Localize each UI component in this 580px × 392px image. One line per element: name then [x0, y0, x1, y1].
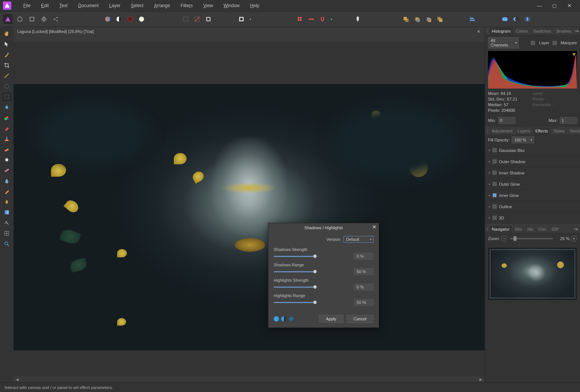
highlights-range-slider[interactable]: [274, 302, 315, 303]
tool-pencil[interactable]: [2, 187, 12, 196]
toolbar-boolean-intersect[interactable]: [523, 14, 532, 24]
histogram-channel-dropdown[interactable]: All Channels: [488, 37, 519, 48]
effect-outline[interactable]: ▸Outline: [485, 201, 580, 212]
histogram-max-input[interactable]: [560, 117, 577, 124]
toolbar-assistant[interactable]: [353, 14, 363, 24]
histogram-marquee-checkbox[interactable]: [553, 41, 557, 45]
toolbar-autowhite[interactable]: [137, 14, 146, 24]
tab-histogram[interactable]: Histogram: [490, 28, 513, 35]
menu-arrange[interactable]: Arrange: [149, 0, 175, 11]
dialog-preview-before-icon[interactable]: [274, 316, 279, 321]
highlights-strength-value[interactable]: 0 %: [354, 284, 374, 290]
effect-outer-shadow[interactable]: ▸Outer Shadow: [485, 156, 580, 167]
toolbar-align[interactable]: [468, 14, 478, 24]
tab-swatches[interactable]: Swatches: [531, 28, 554, 35]
toolbar-snap[interactable]: [318, 14, 327, 24]
tool-paintbrush[interactable]: [2, 113, 12, 122]
tool-selection-brush[interactable]: [2, 71, 12, 80]
dialog-preview-split-icon[interactable]: [281, 316, 286, 321]
highlights-strength-slider[interactable]: [274, 287, 315, 288]
persona-photo[interactable]: [3, 14, 13, 24]
dialog-version-dropdown[interactable]: Default: [343, 236, 374, 243]
dialog-apply-button[interactable]: Apply: [319, 315, 343, 323]
zoom-in-button[interactable]: +: [571, 236, 577, 242]
tool-move[interactable]: [2, 40, 12, 49]
fill-opacity-dropdown[interactable]: 100 %: [512, 137, 534, 143]
menu-view[interactable]: View: [198, 0, 218, 11]
persona-liquify[interactable]: [15, 14, 25, 24]
menu-edit[interactable]: Edit: [36, 0, 54, 11]
menu-window[interactable]: Window: [218, 0, 245, 11]
tab-stock[interactable]: Stock: [567, 128, 580, 134]
tool-blur[interactable]: [2, 176, 12, 185]
tool-clone[interactable]: [2, 134, 12, 143]
tool-inpaint[interactable]: [2, 145, 12, 154]
histogram-layer-checkbox[interactable]: [531, 41, 535, 45]
navigator-preview[interactable]: [488, 248, 577, 300]
toolbar-autocolors[interactable]: [125, 14, 135, 24]
toolbar-guides[interactable]: [306, 14, 316, 24]
tab-adjustment[interactable]: Adjustment: [490, 128, 515, 134]
toolbar-snap-dropdown[interactable]: ▾: [329, 14, 334, 24]
dialog-close-button[interactable]: ✕: [372, 224, 377, 230]
menu-select[interactable]: Select: [126, 0, 149, 11]
tool-flood-select[interactable]: [2, 103, 12, 112]
tool-erase[interactable]: [2, 124, 12, 133]
tab-chn[interactable]: Chn: [536, 226, 548, 233]
navigator-menu-icon[interactable]: ≡▸: [574, 227, 578, 231]
tab-brushes[interactable]: Brushes: [554, 28, 574, 35]
canvas[interactable]: [14, 43, 485, 376]
zoom-slider[interactable]: [510, 238, 553, 239]
toolbar-quickmask[interactable]: [237, 14, 246, 24]
panel-menu-icon[interactable]: ≡▸: [575, 29, 579, 33]
persona-develop[interactable]: [27, 14, 37, 24]
tool-marquee-rect[interactable]: [2, 92, 12, 101]
toolbar-arrange-backward[interactable]: [423, 14, 433, 24]
effect-3d[interactable]: ▸3D: [485, 212, 580, 224]
tool-hand[interactable]: [2, 29, 12, 38]
tool-marquee-circle[interactable]: [2, 82, 12, 91]
window-maximize[interactable]: ◻: [547, 0, 562, 11]
shadows-range-slider[interactable]: [274, 271, 315, 272]
tool-zoom[interactable]: [2, 239, 12, 248]
effect-inner-shadow[interactable]: ▸Inner Shadow: [485, 167, 580, 179]
shadows-strength-slider[interactable]: [274, 256, 315, 257]
tab-styles[interactable]: Styles: [551, 128, 567, 134]
menu-document[interactable]: Document: [73, 0, 104, 11]
toolbar-selection-invert[interactable]: [203, 14, 213, 24]
persona-tonemap[interactable]: [39, 14, 49, 24]
menu-filters[interactable]: Filters: [175, 0, 198, 11]
tool-text[interactable]: A⁝: [2, 218, 12, 227]
histogram-min-input[interactable]: [498, 117, 515, 124]
tab-layers[interactable]: Layers: [515, 128, 532, 134]
persona-export[interactable]: [51, 14, 61, 24]
menu-help[interactable]: Help: [245, 0, 265, 11]
dialog-cancel-button[interactable]: Cancel: [346, 315, 374, 323]
tool-color-picker[interactable]: [2, 50, 12, 59]
document-tab[interactable]: Laguna [Locked] [Modified] (25.8%) [Tria…: [14, 27, 485, 36]
effect-gaussian-blur[interactable]: ▸Gaussian Blur: [485, 145, 580, 156]
tool-mesh[interactable]: [2, 229, 12, 238]
tab-xfm[interactable]: Xfm: [512, 226, 524, 233]
menu-file[interactable]: File: [18, 0, 36, 11]
shadows-strength-value[interactable]: 0 %: [354, 253, 374, 260]
menu-text[interactable]: Text: [54, 0, 73, 11]
toolbar-selection-deselect[interactable]: [192, 14, 202, 24]
toolbar-selection-new[interactable]: [181, 14, 191, 24]
effect-outer-glow[interactable]: ▸Outer Glow: [485, 179, 580, 190]
tool-crop[interactable]: [2, 61, 12, 70]
toolbar-autocontrast[interactable]: [114, 14, 124, 24]
toolbar-boolean-add[interactable]: [500, 14, 510, 24]
tool-pen[interactable]: [2, 197, 12, 206]
toolbar-boolean-subtract[interactable]: [511, 14, 521, 24]
shadows-range-value[interactable]: 50 %: [354, 268, 374, 275]
toolbar-quickmask-dropdown[interactable]: ▾: [248, 14, 253, 24]
tab-colour[interactable]: Colour: [514, 28, 530, 35]
window-minimize[interactable]: —: [532, 0, 547, 11]
highlights-range-value[interactable]: 50 %: [354, 299, 374, 306]
dialog-preview-mirror-icon[interactable]: [289, 316, 294, 321]
toolbar-arrange-forward[interactable]: [412, 14, 422, 24]
tab-effects[interactable]: Effects: [533, 128, 550, 134]
toolbar-grid[interactable]: [295, 14, 305, 24]
zoom-out-button[interactable]: −: [501, 236, 507, 242]
